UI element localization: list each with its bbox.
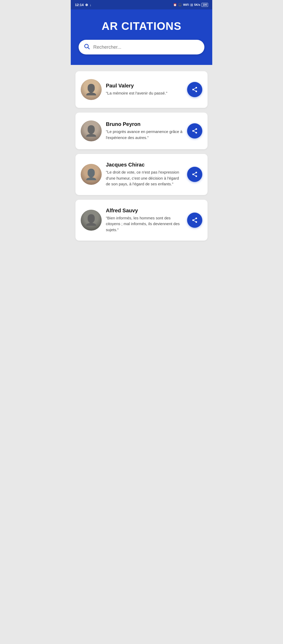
svg-line-16 bbox=[194, 173, 196, 174]
share-icon-jacques-chirac bbox=[192, 171, 198, 177]
citation-quote-paul-valery: "La mémoire est l'avenir du passé." bbox=[106, 90, 183, 96]
share-button-alfred-sauvy[interactable] bbox=[187, 213, 202, 228]
search-input[interactable] bbox=[93, 45, 199, 50]
citation-quote-jacques-chirac: "Le droit de vote, ce n'est pas l'expres… bbox=[106, 169, 183, 187]
citation-card-alfred-sauvy: Alfred Sauvy "Bien informés, les hommes … bbox=[75, 200, 208, 241]
header: AR CITATIONS bbox=[71, 9, 212, 65]
citation-author-bruno-peyron: Bruno Peyron bbox=[106, 121, 183, 127]
citation-text-paul-valery: Paul Valery "La mémoire est l'avenir du … bbox=[106, 83, 183, 96]
share-button-paul-valery[interactable] bbox=[187, 82, 202, 97]
share-button-bruno-peyron[interactable] bbox=[187, 123, 202, 138]
citation-quote-alfred-sauvy: "Bien informés, les hommes sont des cito… bbox=[106, 215, 183, 233]
profile-icon: ⊕ bbox=[85, 3, 88, 7]
avatar-paul-valery bbox=[81, 79, 102, 100]
share-icon-alfred-sauvy bbox=[192, 217, 198, 223]
svg-line-21 bbox=[194, 219, 196, 220]
alarm-icon: ⏰ bbox=[173, 3, 177, 7]
avatar-jacques-chirac bbox=[81, 164, 102, 185]
search-container[interactable] bbox=[79, 40, 204, 54]
signal-icon: ||| bbox=[191, 3, 193, 6]
citation-author-alfred-sauvy: Alfred Sauvy bbox=[106, 208, 183, 214]
share-button-jacques-chirac[interactable] bbox=[187, 167, 202, 182]
svg-line-11 bbox=[194, 130, 196, 131]
time: 12:14 bbox=[75, 3, 84, 7]
svg-line-6 bbox=[194, 88, 196, 89]
citation-card-paul-valery: Paul Valery "La mémoire est l'avenir du … bbox=[75, 71, 208, 108]
content: Paul Valery "La mémoire est l'avenir du … bbox=[71, 65, 212, 247]
citation-author-jacques-chirac: Jacques Chirac bbox=[106, 162, 183, 168]
citation-author-paul-valery: Paul Valery bbox=[106, 83, 183, 89]
citation-card-jacques-chirac: Jacques Chirac "Le droit de vote, ce n'e… bbox=[75, 154, 208, 195]
search-icon bbox=[84, 43, 90, 51]
svg-line-1 bbox=[88, 48, 90, 49]
svg-line-15 bbox=[194, 175, 196, 176]
avatar-bruno-peyron bbox=[81, 120, 102, 141]
share-icon-bruno-peyron bbox=[192, 128, 198, 134]
share-icon-paul-valery bbox=[192, 86, 198, 93]
download-icon: ↓ bbox=[90, 3, 91, 7]
status-bar: 12:14 ⊕ ↓ ⏰ 🎧 WiFi ||| 5K/s 100 bbox=[71, 0, 212, 9]
citation-text-alfred-sauvy: Alfred Sauvy "Bien informés, les hommes … bbox=[106, 208, 183, 233]
battery-icon: 100 bbox=[202, 3, 208, 7]
avatar-alfred-sauvy bbox=[81, 210, 102, 231]
citation-quote-bruno-peyron: "Le progrès avance en permanence grâce à… bbox=[106, 129, 183, 141]
wifi-icon: WiFi bbox=[183, 3, 189, 6]
status-right: ⏰ 🎧 WiFi ||| 5K/s 100 bbox=[173, 3, 208, 7]
svg-line-5 bbox=[194, 90, 196, 91]
citation-card-bruno-peyron: Bruno Peyron "Le progrès avance en perma… bbox=[75, 113, 208, 149]
speed-indicator: 5K/s bbox=[194, 3, 200, 6]
citation-text-bruno-peyron: Bruno Peyron "Le progrès avance en perma… bbox=[106, 121, 183, 141]
status-left: 12:14 ⊕ ↓ bbox=[75, 3, 91, 7]
svg-line-20 bbox=[194, 220, 196, 221]
headphone-icon: 🎧 bbox=[178, 3, 182, 7]
svg-line-10 bbox=[194, 131, 196, 132]
app-title: AR CITATIONS bbox=[102, 20, 181, 32]
citation-text-jacques-chirac: Jacques Chirac "Le droit de vote, ce n'e… bbox=[106, 162, 183, 187]
